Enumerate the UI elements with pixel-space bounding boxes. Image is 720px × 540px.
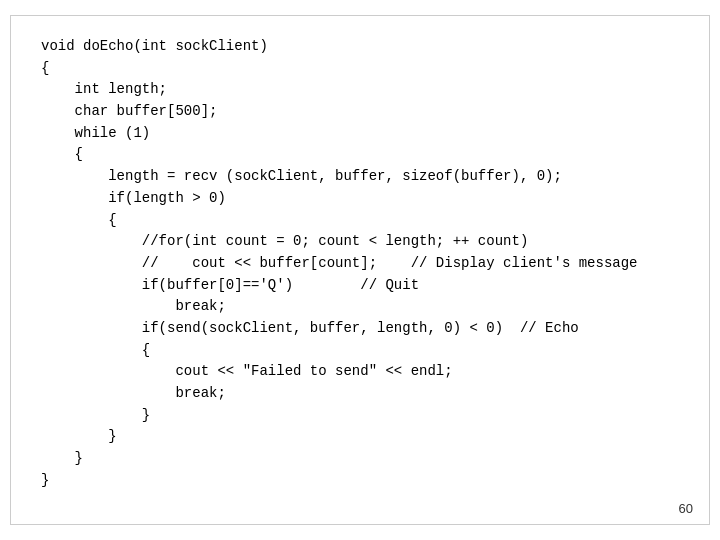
slide: void doEcho(int sockClient) { int length… xyxy=(10,15,710,525)
code-area: void doEcho(int sockClient) { int length… xyxy=(11,16,709,524)
code-block: void doEcho(int sockClient) { int length… xyxy=(41,36,638,491)
page-number: 60 xyxy=(679,501,693,516)
